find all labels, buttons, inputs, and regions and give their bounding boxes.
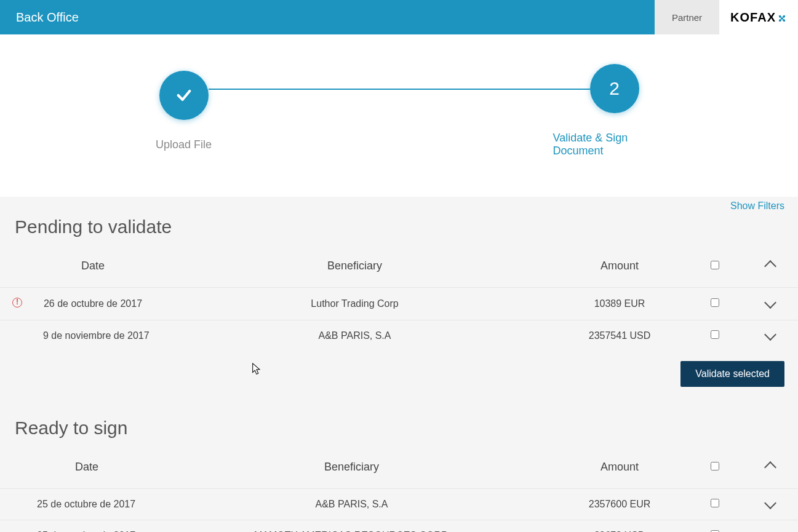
col-header-empty xyxy=(0,248,28,288)
cell-beneficiary: MAMOTH AMERICAS RESOURCES CORP. xyxy=(151,520,552,533)
step-2-label: Validate & Sign Document xyxy=(553,132,676,157)
col-header-collapse xyxy=(743,248,798,288)
step-upload-file[interactable]: Upload File xyxy=(122,71,245,151)
chevron-down-icon[interactable] xyxy=(764,497,776,509)
kofax-logo: KOFAX xyxy=(719,0,798,34)
step-2-circle: 2 xyxy=(590,64,639,113)
col-header-select-all xyxy=(687,248,743,288)
cell-amount: 10389 EUR xyxy=(552,288,687,320)
chevron-down-icon[interactable] xyxy=(764,528,776,532)
col-header-beneficiary: Beneficiary xyxy=(151,450,552,489)
cell-date: 26 de octubre de 2017 xyxy=(28,288,158,320)
step-1-label: Upload File xyxy=(156,138,212,151)
alert-icon xyxy=(12,298,22,308)
table-row: 25 de octubre de 2017 MAMOTH AMERICAS RE… xyxy=(0,520,798,533)
select-all-ready-checkbox[interactable] xyxy=(711,462,719,470)
cell-amount: 39672 USD xyxy=(552,520,687,533)
stepper-panel: Upload File 2 Validate & Sign Document xyxy=(0,34,798,197)
table-row: 9 de noviembre de 2017 A&B PARIS, S.A 23… xyxy=(0,320,798,352)
cell-date: 25 de octubre de 2017 xyxy=(22,489,151,520)
row-checkbox[interactable] xyxy=(711,298,719,307)
select-all-pending-checkbox[interactable] xyxy=(711,261,719,269)
logo-globe-icon xyxy=(777,14,787,23)
col-header-date: Date xyxy=(28,248,158,288)
check-icon xyxy=(175,87,193,104)
chevron-up-icon[interactable] xyxy=(764,260,776,272)
col-header-amount: Amount xyxy=(552,248,687,288)
col-header-date: Date xyxy=(22,450,151,489)
stepper-line xyxy=(209,89,590,90)
show-filters-link[interactable]: Show Filters xyxy=(0,197,798,214)
table-row: 25 de octubre de 2017 A&B PARIS, S.A 235… xyxy=(0,489,798,520)
row-checkbox[interactable] xyxy=(711,330,719,339)
ready-section-title: Ready to sign xyxy=(0,415,798,450)
partner-tab[interactable]: Partner xyxy=(655,0,719,34)
cell-beneficiary: A&B PARIS, S.A xyxy=(151,489,552,520)
cell-beneficiary: A&B PARIS, S.A xyxy=(158,320,552,352)
col-header-beneficiary: Beneficiary xyxy=(158,248,552,288)
cell-beneficiary: Luthor Trading Corp xyxy=(158,288,552,320)
ready-header-row: Date Beneficiary Amount xyxy=(0,450,798,489)
step-2-number: 2 xyxy=(609,78,620,99)
col-header-select-all xyxy=(687,450,743,489)
cell-amount: 2357541 USD xyxy=(552,320,687,352)
step-validate-sign[interactable]: 2 Validate & Sign Document xyxy=(553,64,676,157)
topbar: Back Office Partner KOFAX xyxy=(0,0,798,34)
ready-table: Date Beneficiary Amount 25 de octubre de… xyxy=(0,450,798,532)
stepper: Upload File 2 Validate & Sign Document xyxy=(122,64,676,157)
logo-text: KOFAX xyxy=(730,10,776,25)
cell-amount: 2357600 EUR xyxy=(552,489,687,520)
cell-date: 9 de noviembre de 2017 xyxy=(28,320,158,352)
pending-section-title: Pending to validate xyxy=(0,214,798,248)
chevron-down-icon[interactable] xyxy=(764,328,776,341)
validate-selected-button[interactable]: Validate selected xyxy=(680,361,784,387)
col-header-empty xyxy=(0,450,22,489)
pending-table: Date Beneficiary Amount 26 de octubre de… xyxy=(0,248,798,351)
pending-header-row: Date Beneficiary Amount xyxy=(0,248,798,288)
table-row: 26 de octubre de 2017 Luthor Trading Cor… xyxy=(0,288,798,320)
step-1-circle xyxy=(159,71,209,120)
col-header-amount: Amount xyxy=(552,450,687,489)
app-title: Back Office xyxy=(0,0,655,34)
row-checkbox[interactable] xyxy=(711,499,719,507)
chevron-down-icon[interactable] xyxy=(764,296,776,309)
col-header-collapse xyxy=(743,450,798,489)
cell-date: 25 de octubre de 2017 xyxy=(22,520,151,533)
chevron-up-icon[interactable] xyxy=(764,461,776,474)
